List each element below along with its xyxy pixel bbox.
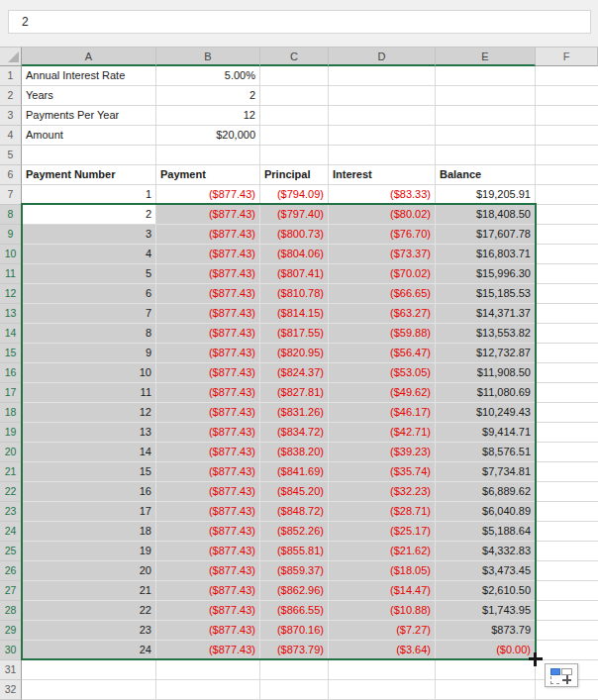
cell-C12[interactable]: ($810.78) — [260, 284, 329, 304]
cell-D27[interactable]: ($14.47) — [329, 581, 436, 601]
cell-C13[interactable]: ($814.15) — [260, 304, 329, 324]
cell-E3[interactable] — [436, 106, 536, 126]
cell-B19[interactable]: ($877.43) — [156, 423, 260, 443]
row-header-30[interactable]: 30 — [0, 641, 22, 660]
cell-E27[interactable]: $2,610.50 — [436, 581, 536, 601]
cell-D25[interactable]: ($21.62) — [329, 542, 436, 561]
cell-A9[interactable]: 3 — [22, 225, 156, 245]
cell-B1[interactable]: 5.00% — [156, 66, 260, 86]
row-header-27[interactable]: 27 — [0, 581, 22, 601]
cell-D9[interactable]: ($76.70) — [329, 225, 436, 245]
cell-C25[interactable]: ($855.81) — [260, 542, 329, 561]
row-header-32[interactable]: 32 — [0, 680, 22, 700]
cell-F24[interactable] — [536, 522, 598, 542]
cell-F1[interactable] — [536, 66, 598, 86]
cell-A27[interactable]: 21 — [22, 581, 156, 601]
cell-F10[interactable] — [536, 245, 598, 264]
cell-B24[interactable]: ($877.43) — [156, 522, 260, 542]
cell-A24[interactable]: 18 — [22, 522, 156, 542]
cell-C15[interactable]: ($820.95) — [260, 344, 329, 363]
cell-A22[interactable]: 16 — [22, 482, 156, 502]
cell-D29[interactable]: ($7.27) — [329, 621, 436, 641]
cell-D1[interactable] — [329, 66, 436, 86]
cell-B3[interactable]: 12 — [156, 106, 260, 126]
cell-E2[interactable] — [436, 86, 536, 106]
cell-D24[interactable]: ($25.17) — [329, 522, 436, 542]
row-header-5[interactable]: 5 — [0, 146, 22, 165]
cell-E10[interactable]: $16,803.71 — [436, 245, 536, 264]
cell-E32[interactable] — [436, 680, 536, 700]
cell-A16[interactable]: 10 — [22, 363, 156, 383]
cell-A21[interactable]: 15 — [22, 462, 156, 482]
cell-A5[interactable] — [22, 146, 156, 165]
cell-B14[interactable]: ($877.43) — [156, 324, 260, 344]
cell-F13[interactable] — [536, 304, 598, 324]
cell-E28[interactable]: $1,743.95 — [436, 601, 536, 621]
cell-C27[interactable]: ($862.96) — [260, 581, 329, 601]
row-header-15[interactable]: 15 — [0, 344, 22, 363]
cell-A26[interactable]: 20 — [22, 561, 156, 581]
cell-C18[interactable]: ($831.26) — [260, 403, 329, 423]
cell-A28[interactable]: 22 — [22, 601, 156, 621]
cell-B17[interactable]: ($877.43) — [156, 383, 260, 403]
cell-A7[interactable]: 1 — [22, 185, 156, 205]
cell-A1[interactable]: Annual Interest Rate — [22, 66, 156, 86]
cell-B25[interactable]: ($877.43) — [156, 542, 260, 561]
cell-F11[interactable] — [536, 264, 598, 284]
cell-B11[interactable]: ($877.43) — [156, 264, 260, 284]
cell-D17[interactable]: ($49.62) — [329, 383, 436, 403]
cell-E15[interactable]: $12,732.87 — [436, 344, 536, 363]
cell-E13[interactable]: $14,371.37 — [436, 304, 536, 324]
cell-F26[interactable] — [536, 561, 598, 581]
cell-E9[interactable]: $17,607.78 — [436, 225, 536, 245]
cell-B9[interactable]: ($877.43) — [156, 225, 260, 245]
cell-F28[interactable] — [536, 601, 598, 621]
cell-B10[interactable]: ($877.43) — [156, 245, 260, 264]
cell-A15[interactable]: 9 — [22, 344, 156, 363]
row-header-25[interactable]: 25 — [0, 542, 22, 561]
cell-A30[interactable]: 24 — [22, 641, 156, 660]
row-header-29[interactable]: 29 — [0, 621, 22, 641]
cell-F19[interactable] — [536, 423, 598, 443]
row-header-14[interactable]: 14 — [0, 324, 22, 344]
cell-C6[interactable]: Principal — [260, 165, 329, 185]
cell-B27[interactable]: ($877.43) — [156, 581, 260, 601]
cell-B7[interactable]: ($877.43) — [156, 185, 260, 205]
cell-F4[interactable] — [536, 126, 598, 146]
cell-F16[interactable] — [536, 363, 598, 383]
cell-D23[interactable]: ($28.71) — [329, 502, 436, 522]
cell-C1[interactable] — [260, 66, 329, 86]
cell-A31[interactable] — [22, 660, 156, 680]
cell-E5[interactable] — [436, 146, 536, 165]
cell-F6[interactable] — [536, 165, 598, 185]
cell-E4[interactable] — [436, 126, 536, 146]
cell-A12[interactable]: 6 — [22, 284, 156, 304]
cell-D10[interactable]: ($73.37) — [329, 245, 436, 264]
cell-B29[interactable]: ($877.43) — [156, 621, 260, 641]
row-header-22[interactable]: 22 — [0, 482, 22, 502]
row-header-9[interactable]: 9 — [0, 225, 22, 245]
row-header-19[interactable]: 19 — [0, 423, 22, 443]
row-header-2[interactable]: 2 — [0, 86, 22, 106]
cell-C11[interactable]: ($807.41) — [260, 264, 329, 284]
cell-D18[interactable]: ($46.17) — [329, 403, 436, 423]
row-header-26[interactable]: 26 — [0, 561, 22, 581]
cell-E1[interactable] — [436, 66, 536, 86]
cell-B5[interactable] — [156, 146, 260, 165]
cell-A19[interactable]: 13 — [22, 423, 156, 443]
cell-F21[interactable] — [536, 462, 598, 482]
cell-F30[interactable] — [536, 641, 598, 660]
row-header-12[interactable]: 12 — [0, 284, 22, 304]
column-header-C[interactable]: C — [260, 47, 329, 66]
cell-C29[interactable]: ($870.16) — [260, 621, 329, 641]
cell-C28[interactable]: ($866.55) — [260, 601, 329, 621]
cell-C26[interactable]: ($859.37) — [260, 561, 329, 581]
cell-F22[interactable] — [536, 482, 598, 502]
cell-E20[interactable]: $8,576.51 — [436, 443, 536, 462]
row-header-16[interactable]: 16 — [0, 363, 22, 383]
cell-A29[interactable]: 23 — [22, 621, 156, 641]
cell-E16[interactable]: $11,908.50 — [436, 363, 536, 383]
row-header-11[interactable]: 11 — [0, 264, 22, 284]
row-header-7[interactable]: 7 — [0, 185, 22, 205]
cell-D28[interactable]: ($10.88) — [329, 601, 436, 621]
